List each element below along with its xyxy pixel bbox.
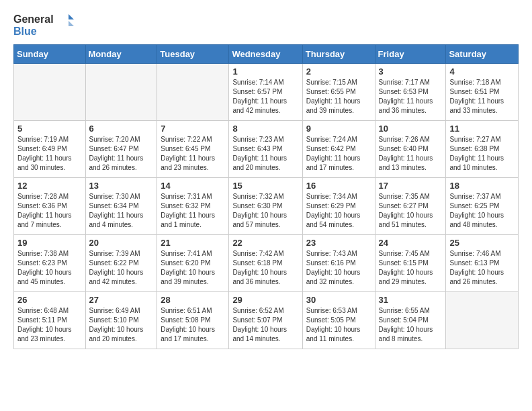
calendar-table: SundayMondayTuesdayWednesdayThursdayFrid… (13, 44, 519, 349)
calendar-cell: 10Sunrise: 7:26 AM Sunset: 6:40 PM Dayli… (375, 121, 446, 178)
day-info: Sunrise: 7:22 AM Sunset: 6:45 PM Dayligh… (161, 135, 225, 173)
calendar-cell: 15Sunrise: 7:32 AM Sunset: 6:30 PM Dayli… (229, 178, 302, 235)
day-info: Sunrise: 7:15 AM Sunset: 6:55 PM Dayligh… (306, 78, 371, 116)
day-info: Sunrise: 7:43 AM Sunset: 6:16 PM Dayligh… (306, 249, 371, 287)
day-info: Sunrise: 7:27 AM Sunset: 6:38 PM Dayligh… (449, 135, 515, 173)
calendar-cell: 19Sunrise: 7:38 AM Sunset: 6:23 PM Dayli… (14, 235, 86, 292)
calendar-week-row: 26Sunrise: 6:48 AM Sunset: 5:11 PM Dayli… (14, 292, 519, 349)
calendar-cell: 13Sunrise: 7:30 AM Sunset: 6:34 PM Dayli… (85, 178, 157, 235)
calendar-cell: 17Sunrise: 7:35 AM Sunset: 6:27 PM Dayli… (375, 178, 446, 235)
day-info: Sunrise: 7:39 AM Sunset: 6:22 PM Dayligh… (89, 249, 154, 287)
calendar-cell: 18Sunrise: 7:37 AM Sunset: 6:25 PM Dayli… (446, 178, 519, 235)
day-info: Sunrise: 7:14 AM Sunset: 6:57 PM Dayligh… (232, 78, 298, 116)
header: General Blue (13, 11, 519, 38)
day-number: 26 (17, 295, 82, 305)
day-number: 8 (232, 124, 298, 134)
calendar-col-monday: Monday (85, 45, 157, 64)
day-number: 22 (232, 238, 298, 248)
calendar-cell: 25Sunrise: 7:46 AM Sunset: 6:13 PM Dayli… (446, 235, 519, 292)
day-info: Sunrise: 7:46 AM Sunset: 6:13 PM Dayligh… (449, 249, 515, 287)
day-info: Sunrise: 7:20 AM Sunset: 6:47 PM Dayligh… (89, 135, 154, 173)
day-info: Sunrise: 7:19 AM Sunset: 6:49 PM Dayligh… (17, 135, 82, 173)
day-number: 2 (306, 66, 371, 77)
day-number: 7 (161, 124, 225, 134)
calendar-cell: 26Sunrise: 6:48 AM Sunset: 5:11 PM Dayli… (14, 292, 86, 349)
calendar-week-row: 19Sunrise: 7:38 AM Sunset: 6:23 PM Dayli… (14, 235, 519, 292)
day-info: Sunrise: 7:45 AM Sunset: 6:15 PM Dayligh… (379, 249, 443, 287)
day-info: Sunrise: 7:30 AM Sunset: 6:34 PM Dayligh… (89, 192, 154, 230)
day-info: Sunrise: 6:48 AM Sunset: 5:11 PM Dayligh… (17, 306, 82, 344)
day-number: 15 (232, 181, 298, 191)
day-info: Sunrise: 7:28 AM Sunset: 6:36 PM Dayligh… (17, 192, 82, 230)
calendar-cell: 11Sunrise: 7:27 AM Sunset: 6:38 PM Dayli… (446, 121, 519, 178)
logo: General Blue (13, 11, 74, 38)
calendar-cell: 2Sunrise: 7:15 AM Sunset: 6:55 PM Daylig… (302, 64, 375, 121)
page: General Blue SundayMondayTuesdayWednesda… (0, 0, 532, 360)
calendar-cell (157, 64, 229, 121)
day-number: 21 (161, 238, 225, 248)
svg-text:General: General (13, 13, 54, 25)
day-number: 27 (89, 295, 154, 305)
day-info: Sunrise: 6:49 AM Sunset: 5:10 PM Dayligh… (89, 306, 154, 344)
day-info: Sunrise: 7:34 AM Sunset: 6:29 PM Dayligh… (306, 192, 371, 230)
day-number: 18 (449, 181, 515, 191)
day-number: 14 (161, 181, 225, 191)
day-number: 11 (449, 124, 515, 134)
calendar-cell: 1Sunrise: 7:14 AM Sunset: 6:57 PM Daylig… (229, 64, 302, 121)
day-info: Sunrise: 7:18 AM Sunset: 6:51 PM Dayligh… (449, 78, 515, 116)
day-number: 6 (89, 124, 154, 134)
day-number: 16 (306, 181, 371, 191)
calendar-header-row: SundayMondayTuesdayWednesdayThursdayFrid… (14, 45, 519, 64)
day-number: 29 (232, 295, 298, 305)
calendar-cell: 22Sunrise: 7:42 AM Sunset: 6:18 PM Dayli… (229, 235, 302, 292)
day-number: 24 (379, 238, 443, 248)
day-number: 12 (17, 181, 82, 191)
day-number: 20 (89, 238, 154, 248)
calendar-cell: 24Sunrise: 7:45 AM Sunset: 6:15 PM Dayli… (375, 235, 446, 292)
calendar-cell: 3Sunrise: 7:17 AM Sunset: 6:53 PM Daylig… (375, 64, 446, 121)
day-number: 23 (306, 238, 371, 248)
calendar-cell (14, 64, 86, 121)
day-info: Sunrise: 7:41 AM Sunset: 6:20 PM Dayligh… (161, 249, 225, 287)
day-info: Sunrise: 7:42 AM Sunset: 6:18 PM Dayligh… (232, 249, 298, 287)
day-number: 4 (449, 66, 515, 77)
calendar-cell (85, 64, 157, 121)
logo-svg: General Blue (13, 11, 74, 38)
calendar-col-tuesday: Tuesday (157, 45, 229, 64)
calendar-cell: 16Sunrise: 7:34 AM Sunset: 6:29 PM Dayli… (302, 178, 375, 235)
calendar-cell: 9Sunrise: 7:24 AM Sunset: 6:42 PM Daylig… (302, 121, 375, 178)
day-number: 17 (379, 181, 443, 191)
day-number: 10 (379, 124, 443, 134)
day-number: 25 (449, 238, 515, 248)
calendar-cell: 27Sunrise: 6:49 AM Sunset: 5:10 PM Dayli… (85, 292, 157, 349)
calendar-week-row: 12Sunrise: 7:28 AM Sunset: 6:36 PM Dayli… (14, 178, 519, 235)
day-info: Sunrise: 7:23 AM Sunset: 6:43 PM Dayligh… (232, 135, 298, 173)
calendar-col-sunday: Sunday (14, 45, 86, 64)
svg-text:Blue: Blue (13, 26, 37, 37)
day-number: 28 (161, 295, 225, 305)
day-number: 30 (306, 295, 371, 305)
calendar-cell: 23Sunrise: 7:43 AM Sunset: 6:16 PM Dayli… (302, 235, 375, 292)
calendar-week-row: 1Sunrise: 7:14 AM Sunset: 6:57 PM Daylig… (14, 64, 519, 121)
calendar-cell: 5Sunrise: 7:19 AM Sunset: 6:49 PM Daylig… (14, 121, 86, 178)
day-number: 3 (379, 66, 443, 77)
day-info: Sunrise: 7:38 AM Sunset: 6:23 PM Dayligh… (17, 249, 82, 287)
day-info: Sunrise: 7:32 AM Sunset: 6:30 PM Dayligh… (232, 192, 298, 230)
calendar-cell: 30Sunrise: 6:53 AM Sunset: 5:05 PM Dayli… (302, 292, 375, 349)
svg-marker-3 (69, 21, 74, 26)
day-info: Sunrise: 7:26 AM Sunset: 6:40 PM Dayligh… (379, 135, 443, 173)
calendar-cell: 8Sunrise: 7:23 AM Sunset: 6:43 PM Daylig… (229, 121, 302, 178)
day-info: Sunrise: 6:53 AM Sunset: 5:05 PM Dayligh… (306, 306, 371, 344)
calendar-cell: 28Sunrise: 6:51 AM Sunset: 5:08 PM Dayli… (157, 292, 229, 349)
day-number: 1 (232, 66, 298, 77)
calendar-col-thursday: Thursday (302, 45, 375, 64)
calendar-col-saturday: Saturday (446, 45, 519, 64)
day-number: 9 (306, 124, 371, 134)
calendar-cell: 29Sunrise: 6:52 AM Sunset: 5:07 PM Dayli… (229, 292, 302, 349)
day-info: Sunrise: 7:37 AM Sunset: 6:25 PM Dayligh… (449, 192, 515, 230)
day-info: Sunrise: 7:17 AM Sunset: 6:53 PM Dayligh… (379, 78, 443, 116)
calendar-cell: 20Sunrise: 7:39 AM Sunset: 6:22 PM Dayli… (85, 235, 157, 292)
day-info: Sunrise: 6:55 AM Sunset: 5:04 PM Dayligh… (379, 306, 443, 344)
day-number: 13 (89, 181, 154, 191)
calendar-cell: 7Sunrise: 7:22 AM Sunset: 6:45 PM Daylig… (157, 121, 229, 178)
